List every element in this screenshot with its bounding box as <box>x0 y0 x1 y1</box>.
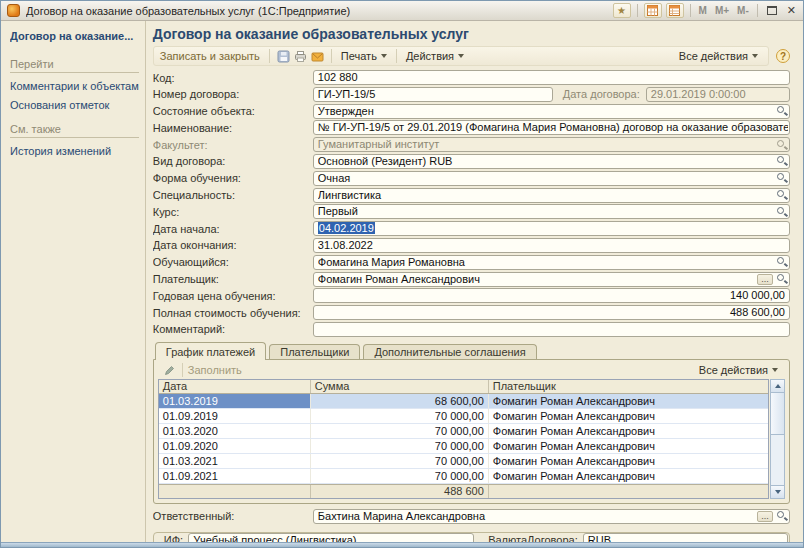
form-aux-field[interactable]: 29.01.2019 0:00:00 <box>646 87 790 102</box>
form-field-label: Специальность: <box>153 189 313 201</box>
window-titlebar[interactable]: Договор на оказание образовательных услу… <box>1 1 803 21</box>
payment-payer-cell[interactable]: Фомагин Роман Александрович <box>489 394 768 408</box>
sidebar-item-link[interactable]: Комментарии к объектам <box>10 80 139 92</box>
calculator-icon[interactable] <box>666 3 684 18</box>
pencil-icon[interactable] <box>161 364 177 376</box>
save-and-close-button[interactable]: Записать и закрыть <box>160 50 260 62</box>
selected-text: 04.02.2019 <box>318 222 375 234</box>
payment-date-cell[interactable]: 01.09.2021 <box>159 469 311 483</box>
scroll-up-icon[interactable] <box>771 380 784 393</box>
payment-amount-cell[interactable]: 70 000,00 <box>311 439 489 453</box>
payment-row[interactable]: 01.03.202170 000,00Фомагин Роман Алексан… <box>159 454 768 469</box>
payment-date-cell[interactable]: 01.09.2020 <box>159 439 311 453</box>
column-header-0[interactable]: Дата <box>159 380 311 393</box>
form-field-label: Комментарий: <box>153 323 313 335</box>
tab-0[interactable]: График платежей <box>155 342 266 360</box>
payment-amount-cell[interactable]: 70 000,00 <box>311 409 489 423</box>
column-header-1[interactable]: Сумма <box>311 380 489 393</box>
payment-payer-cell[interactable]: Фомагин Роман Александрович <box>489 424 768 438</box>
payment-row[interactable]: 01.09.202070 000,00Фомагин Роман Алексан… <box>159 439 768 454</box>
sidebar-current-item[interactable]: Договор на оказание... <box>10 30 139 42</box>
form-field-12[interactable]: Фомагин Роман Александрович <box>313 272 790 287</box>
lookup-magnifier-icon[interactable] <box>775 155 788 168</box>
payment-date-cell[interactable]: 01.09.2019 <box>159 409 311 423</box>
form-field-value: Очная <box>318 172 775 185</box>
form-field-7[interactable]: Лингвистика <box>313 188 790 203</box>
lookup-magnifier-icon[interactable] <box>775 189 788 202</box>
form-field-15[interactable] <box>313 322 790 337</box>
floppy-icon[interactable] <box>275 50 292 63</box>
lookup-magnifier-icon[interactable] <box>775 105 788 118</box>
memory-m-plus-button[interactable]: M+ <box>713 5 731 16</box>
form-field-3[interactable]: № ГИ-УП-19/5 от 29.01.2019 (Фомагина Мар… <box>313 120 790 135</box>
help-button[interactable]: ? <box>776 49 790 63</box>
sidebar-item-link[interactable]: История изменений <box>10 145 139 157</box>
payment-row[interactable]: 01.03.202070 000,00Фомагин Роман Алексан… <box>159 424 768 439</box>
form-field-label: Код: <box>153 72 313 84</box>
payment-amount-cell[interactable]: 68 600,00 <box>311 394 489 408</box>
toolbar-separator <box>269 49 270 63</box>
lookup-magnifier-icon[interactable] <box>775 273 788 286</box>
scroll-down-icon[interactable] <box>771 485 784 498</box>
payment-row[interactable]: 01.09.201970 000,00Фомагин Роман Алексан… <box>159 409 768 424</box>
payment-payer-cell[interactable]: Фомагин Роман Александрович <box>489 454 768 468</box>
form-field-8[interactable]: Первый <box>313 204 790 219</box>
close-button[interactable]: ✕ <box>784 4 799 17</box>
form-field-11[interactable]: Фомагина Мария Романовна <box>313 255 790 270</box>
payment-payer-cell[interactable]: Фомагин Роман Александрович <box>489 409 768 423</box>
payment-amount-cell[interactable]: 70 000,00 <box>311 469 489 483</box>
form-row: Вид договора:Основной (Резидент) RUB <box>153 154 790 169</box>
payment-row[interactable]: 01.03.201968 600,00Фомагин Роман Алексан… <box>159 394 768 409</box>
form-field-label: Курс: <box>153 206 313 218</box>
grid-icon[interactable] <box>644 3 662 18</box>
form-field-13[interactable]: 140 000,00 <box>313 288 790 303</box>
payment-amount-cell[interactable]: 70 000,00 <box>311 424 489 438</box>
print-menu-button[interactable]: Печать <box>341 50 387 62</box>
payment-row[interactable]: 01.09.202170 000,00Фомагин Роман Алексан… <box>159 469 768 484</box>
form-field-14[interactable]: 488 600,00 <box>313 305 790 320</box>
actions-menu-button[interactable]: Действия <box>406 50 464 62</box>
form-field-5[interactable]: Основной (Резидент) RUB <box>313 154 790 169</box>
payment-payer-cell[interactable]: Фомагин Роман Александрович <box>489 469 768 483</box>
payment-date-cell[interactable]: 01.03.2020 <box>159 424 311 438</box>
ellipsis-button[interactable] <box>757 274 773 285</box>
payment-date-cell[interactable]: 01.03.2019 <box>159 394 311 408</box>
table-all-actions-button[interactable]: Все действия <box>699 364 778 376</box>
all-actions-menu-button[interactable]: Все действия <box>679 50 758 62</box>
form-field-6[interactable]: Очная <box>313 171 790 186</box>
form-field-2[interactable]: Утвержден <box>313 104 790 119</box>
column-header-2[interactable]: Плательщик <box>489 380 768 393</box>
responsible-field[interactable]: Бахтина Марина Александровна <box>313 509 790 524</box>
scrollbar-thumb[interactable] <box>771 393 784 435</box>
fill-button[interactable]: Заполнить <box>188 364 242 376</box>
form-field-label: Годовая цена обучения: <box>153 290 313 302</box>
memory-m-minus-button[interactable]: M- <box>735 5 751 16</box>
tab-strip: График платежейПлательщикиДополнительные… <box>153 342 790 360</box>
lookup-magnifier-icon[interactable] <box>775 138 788 151</box>
lookup-magnifier-icon[interactable] <box>775 172 788 185</box>
form-field-10[interactable]: 31.08.2022 <box>313 238 790 253</box>
favorites-icon[interactable]: ★ <box>613 3 631 18</box>
tab-1[interactable]: Плательщики <box>269 344 360 360</box>
form-field-9[interactable]: 04.02.2019 <box>313 221 790 236</box>
envelope-icon[interactable] <box>309 50 326 63</box>
payment-amount-cell[interactable]: 70 000,00 <box>311 454 489 468</box>
payment-payer-cell[interactable]: Фомагин Роман Александрович <box>489 439 768 453</box>
lookup-magnifier-icon[interactable] <box>775 256 788 269</box>
form-row: Обучающийся:Фомагина Мария Романовна <box>153 255 790 270</box>
memory-m-button[interactable]: M <box>697 5 709 16</box>
maximize-button[interactable] <box>767 6 777 15</box>
form-field-0[interactable]: 102 880 <box>313 70 790 85</box>
tab-2[interactable]: Дополнительные соглашения <box>363 344 536 360</box>
payment-date-cell[interactable]: 01.03.2021 <box>159 454 311 468</box>
ellipsis-button[interactable] <box>757 511 773 522</box>
lookup-magnifier-icon[interactable] <box>775 510 788 523</box>
sidebar-item-link[interactable]: Основания отметок <box>10 99 139 111</box>
lookup-magnifier-icon[interactable] <box>775 205 788 218</box>
form-row: Дата окончания:31.08.2022 <box>153 238 790 253</box>
table-scrollbar[interactable] <box>770 379 785 499</box>
form-field-label: Плательщик: <box>153 273 313 285</box>
printer-icon[interactable] <box>292 50 309 63</box>
form-field-1[interactable]: ГИ-УП-19/5 <box>313 87 553 102</box>
form-field-4[interactable]: Гуманитарный институт <box>313 137 790 152</box>
